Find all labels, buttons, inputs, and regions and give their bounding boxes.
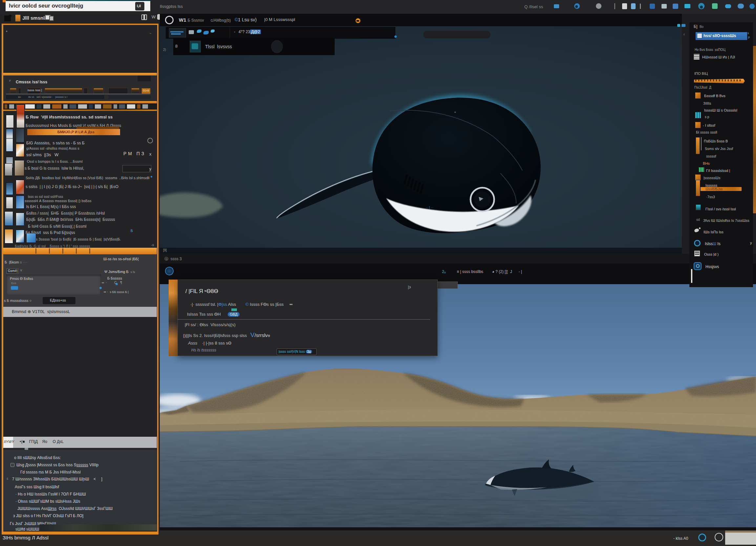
svg-text:·· | ··: ·· | ··	[426, 205, 433, 209]
